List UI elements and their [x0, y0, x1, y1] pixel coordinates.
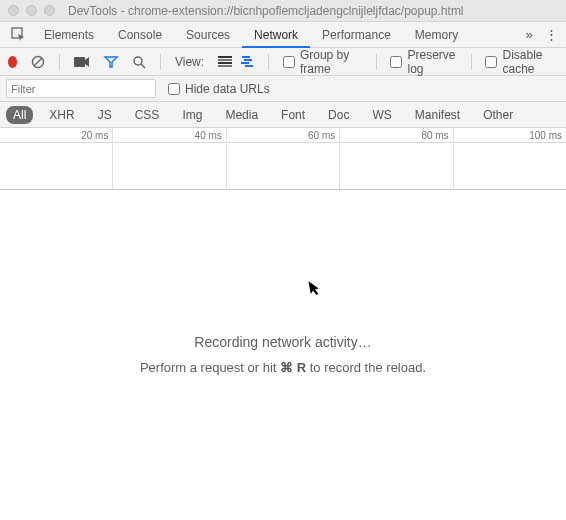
timeline-tick-label: 100 ms	[529, 130, 562, 141]
tab-sources[interactable]: Sources	[174, 22, 242, 48]
overflow-tabs-icon[interactable]: »	[518, 27, 540, 42]
type-chip-manifest[interactable]: Manifest	[408, 106, 467, 124]
minimize-window-icon[interactable]	[26, 5, 37, 16]
type-chip-ws[interactable]: WS	[365, 106, 398, 124]
hide-data-urls-input[interactable]	[168, 83, 180, 95]
view-label: View:	[175, 55, 204, 69]
type-chip-css[interactable]: CSS	[128, 106, 167, 124]
timeline-segment: 60 ms	[227, 128, 340, 189]
timeline-segment: 20 ms	[0, 128, 113, 189]
preserve-log-input[interactable]	[390, 56, 402, 68]
tab-performance[interactable]: Performance	[310, 22, 403, 48]
timeline-tick-label: 40 ms	[195, 130, 222, 141]
type-chip-img[interactable]: Img	[175, 106, 209, 124]
group-by-frame-checkbox[interactable]: Group by frame	[283, 48, 362, 76]
group-by-frame-label: Group by frame	[300, 48, 362, 76]
svg-rect-8	[218, 62, 232, 64]
timeline-tick-label: 60 ms	[308, 130, 335, 141]
empty-state-message: Recording network activity… Perform a re…	[0, 334, 566, 375]
zoom-window-icon[interactable]	[44, 5, 55, 16]
record-button[interactable]	[8, 56, 17, 68]
tab-memory[interactable]: Memory	[403, 22, 470, 48]
kebab-menu-icon[interactable]: ⋮	[540, 27, 562, 42]
type-chip-font[interactable]: Font	[274, 106, 312, 124]
filter-icon[interactable]	[104, 56, 118, 68]
timeline-segment: 40 ms	[113, 128, 226, 189]
timeline-tick-label: 20 ms	[81, 130, 108, 141]
toolbar-divider	[268, 54, 269, 70]
type-chip-xhr[interactable]: XHR	[42, 106, 81, 124]
screenshot-icon[interactable]	[74, 56, 90, 68]
timeline-segment: 100 ms	[454, 128, 566, 189]
toolbar-divider	[59, 54, 60, 70]
type-chip-media[interactable]: Media	[218, 106, 265, 124]
hide-data-urls-label: Hide data URLs	[185, 82, 270, 96]
preserve-log-label: Preserve log	[407, 48, 456, 76]
panel-tabs: ElementsConsoleSourcesNetworkPerformance…	[0, 22, 566, 48]
type-chip-other[interactable]: Other	[476, 106, 520, 124]
hide-data-urls-checkbox[interactable]: Hide data URLs	[168, 82, 270, 96]
timeline-overview[interactable]: 20 ms40 ms60 ms80 ms100 ms	[0, 128, 566, 190]
cursor-icon	[308, 279, 323, 300]
timeline-tick-label: 80 ms	[421, 130, 448, 141]
waterfall-icon[interactable]	[240, 56, 254, 67]
svg-rect-7	[218, 59, 232, 61]
network-toolbar: View: Group by frame Preserve log Disabl…	[0, 48, 566, 76]
shortcut-key: ⌘ R	[280, 360, 306, 375]
filter-input[interactable]	[6, 79, 156, 98]
search-icon[interactable]	[132, 55, 146, 69]
tab-network[interactable]: Network	[242, 22, 310, 48]
toolbar-divider	[471, 54, 472, 70]
requests-area: Recording network activity… Perform a re…	[0, 190, 566, 510]
svg-rect-6	[218, 56, 232, 58]
traffic-lights	[8, 5, 55, 16]
group-by-frame-input[interactable]	[283, 56, 295, 68]
window-titlebar: DevTools - chrome-extension://bicnhpofle…	[0, 0, 566, 22]
svg-rect-9	[218, 65, 232, 67]
svg-rect-11	[244, 59, 252, 61]
clear-icon[interactable]	[31, 55, 45, 69]
timeline-segment: 80 ms	[340, 128, 453, 189]
svg-point-4	[134, 57, 142, 65]
disable-cache-checkbox[interactable]: Disable cache	[485, 48, 558, 76]
tab-elements[interactable]: Elements	[32, 22, 106, 48]
type-chip-doc[interactable]: Doc	[321, 106, 356, 124]
large-rows-icon[interactable]	[218, 56, 232, 67]
svg-line-2	[35, 58, 43, 66]
disable-cache-label: Disable cache	[502, 48, 558, 76]
toolbar-divider	[376, 54, 377, 70]
preserve-log-checkbox[interactable]: Preserve log	[390, 48, 456, 76]
svg-rect-13	[245, 65, 253, 67]
recording-text: Recording network activity…	[0, 334, 566, 350]
svg-rect-12	[241, 62, 249, 64]
inspect-element-icon[interactable]	[4, 22, 32, 48]
tab-console[interactable]: Console	[106, 22, 174, 48]
filter-bar: Hide data URLs	[0, 76, 566, 102]
svg-line-5	[141, 64, 145, 68]
svg-rect-10	[242, 56, 250, 58]
type-chip-js[interactable]: JS	[91, 106, 119, 124]
hint-text: Perform a request or hit ⌘ R to record t…	[0, 360, 566, 375]
type-chip-all[interactable]: All	[6, 106, 33, 124]
disable-cache-input[interactable]	[485, 56, 497, 68]
toolbar-divider	[160, 54, 161, 70]
resource-type-filter: AllXHRJSCSSImgMediaFontDocWSManifestOthe…	[0, 102, 566, 128]
window-title: DevTools - chrome-extension://bicnhpofle…	[68, 4, 464, 18]
svg-rect-3	[74, 57, 85, 67]
close-window-icon[interactable]	[8, 5, 19, 16]
